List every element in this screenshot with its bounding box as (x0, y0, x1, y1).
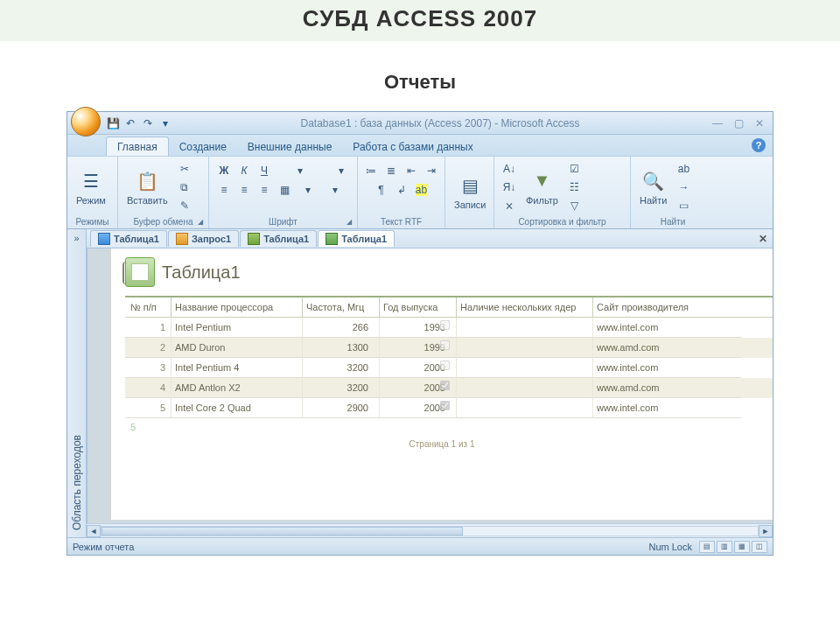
office-button[interactable] (71, 107, 101, 136)
doc-tab-label: Таблица1 (341, 234, 387, 244)
group-records-label (451, 225, 488, 228)
italic-icon[interactable]: К (234, 162, 254, 179)
underline-icon[interactable]: Ч (255, 162, 274, 179)
minimize-button[interactable]: — (708, 116, 727, 130)
doc-tab-query1[interactable]: Запрос1 (168, 230, 239, 247)
clear-sort-icon[interactable]: ⨯ (500, 197, 519, 214)
bold-icon[interactable]: Ж (214, 162, 234, 179)
ribbon: ☰ Режим Режимы 📋 Вставить ✂ ⧉ ✎ Буфер об… (67, 156, 773, 229)
align-center-icon[interactable]: ≡ (234, 181, 254, 199)
font-size-dropdown[interactable]: ▾ (326, 162, 356, 179)
doc-tab-table1[interactable]: Таблица1 (90, 230, 167, 247)
sort-desc-icon[interactable]: Я↓ (500, 178, 519, 196)
font-color-icon[interactable]: ▾ (322, 181, 348, 199)
workspace: » Область переходов Таблица1 Запрос1 Таб… (67, 229, 773, 537)
redo-icon[interactable]: ↷ (141, 116, 155, 130)
table-row[interactable]: 4AMD Antlon X232002005www.amd.com (125, 378, 773, 398)
status-numlock: Num Lock (648, 542, 692, 552)
col-cpu-name: Название процессора (171, 298, 302, 317)
col-multicore: Наличие нескольких ядер (456, 298, 592, 317)
group-find-label: Найти (636, 215, 710, 228)
table-row[interactable]: 3Intel Pentium 432002000www.intel.com (125, 358, 773, 378)
view-report-icon[interactable]: ▤ (699, 541, 715, 553)
doc-tab-table1-report[interactable]: Таблица1 (318, 230, 395, 247)
cell-year: 1993 (379, 318, 456, 338)
group-clipboard: 📋 Вставить ✂ ⧉ ✎ Буфер обмена ◢ (118, 157, 209, 228)
find-button[interactable]: 🔍 Найти (636, 167, 670, 207)
report-viewport[interactable]: Таблица1 № п/п Название процессора Часто… (87, 248, 773, 523)
table-row[interactable]: 1Intel Pentium2661993www.intel.com (125, 318, 773, 338)
indent-increase-icon[interactable]: ⇥ (422, 162, 441, 179)
help-icon[interactable]: ? (752, 138, 766, 152)
tab-home[interactable]: Главная (106, 136, 169, 156)
font-name-dropdown[interactable]: ▾ (275, 162, 326, 179)
cell-name: Intel Pentium 4 (171, 358, 302, 378)
replace-icon[interactable]: ab (674, 160, 693, 178)
ltr-icon[interactable]: ¶ (372, 181, 391, 199)
group-records: ▤ Записи (445, 157, 494, 228)
nav-pane-label: Область переходов (71, 435, 83, 530)
scroll-track[interactable] (101, 526, 759, 536)
report-icon (326, 233, 338, 245)
find-icon: 🔍 (641, 169, 666, 193)
nav-expand-icon[interactable]: » (74, 229, 79, 247)
selection-filter-icon[interactable]: ☑ (565, 160, 584, 178)
align-right-icon[interactable]: ≡ (255, 181, 274, 199)
copy-icon[interactable]: ⧉ (175, 178, 194, 196)
view-layout-icon[interactable]: ▦ (734, 541, 750, 553)
view-button[interactable]: ☰ Режим (73, 167, 109, 207)
format-painter-icon[interactable]: ✎ (175, 197, 194, 214)
undo-icon[interactable]: ↶ (123, 116, 137, 130)
col-site: Сайт производителя (592, 298, 741, 317)
access-window: 💾 ↶ ↷ ▾ Database1 : база данных (Access … (66, 111, 774, 556)
tab-external-data[interactable]: Внешние данные (237, 137, 343, 156)
document-close-icon[interactable]: ✕ (759, 233, 767, 245)
paste-button[interactable]: 📋 Вставить (123, 167, 172, 207)
scroll-right-icon[interactable]: ► (759, 525, 773, 537)
scroll-thumb[interactable] (102, 527, 463, 536)
highlight-icon[interactable]: ab (412, 181, 431, 199)
group-sort-filter: A↓ Я↓ ⨯ ▼ Фильтр ☑ ☷ ▽ Сортировка и филь… (494, 157, 631, 228)
goto-icon[interactable]: → (674, 178, 693, 196)
save-icon[interactable]: 💾 (106, 116, 120, 130)
gridlines-icon[interactable]: ▦ (275, 181, 294, 199)
window-title: Database1 : база данных (Access 2007) - … (172, 117, 708, 130)
multicore-checkbox (440, 401, 450, 410)
col-freq: Частота, Мгц (302, 298, 379, 317)
cell-multicore (456, 358, 592, 378)
indent-decrease-icon[interactable]: ⇤ (402, 162, 421, 179)
doc-tab-table1-form[interactable]: Таблица1 (240, 230, 317, 247)
filter-button[interactable]: ▼ Фильтр (522, 167, 562, 207)
filter-icon: ▼ (529, 169, 554, 193)
bullets-icon[interactable]: ≔ (361, 162, 381, 179)
records-button[interactable]: ▤ Записи (451, 172, 490, 212)
cell-number: 5 (125, 398, 171, 418)
horizontal-scrollbar[interactable]: ◄ ► (87, 523, 773, 537)
scroll-left-icon[interactable]: ◄ (87, 525, 101, 537)
toggle-filter-icon[interactable]: ▽ (565, 197, 584, 214)
view-design-icon[interactable]: ◫ (752, 541, 767, 553)
advanced-filter-icon[interactable]: ☷ (565, 178, 584, 196)
slide-title-bar: СУБД ACCESS 2007 (0, 0, 840, 41)
records-label: Записи (454, 200, 486, 210)
table-row[interactable]: 2AMD Duron13001999www.amd.com (125, 338, 773, 358)
sort-asc-icon[interactable]: A↓ (500, 160, 519, 178)
status-bar: Режим отчета Num Lock ▤ ▥ ▦ ◫ (67, 537, 773, 555)
tab-create[interactable]: Создание (169, 137, 237, 156)
rtl-icon[interactable]: ↲ (392, 181, 411, 199)
cut-icon[interactable]: ✂ (175, 160, 194, 178)
numbering-icon[interactable]: ≣ (382, 162, 401, 179)
view-print-icon[interactable]: ▥ (717, 541, 732, 553)
select-icon[interactable]: ▭ (674, 197, 693, 214)
font-launcher-icon[interactable]: ◢ (346, 218, 355, 227)
clipboard-launcher-icon[interactable]: ◢ (198, 218, 206, 227)
close-button[interactable]: ✕ (750, 116, 769, 130)
table-row[interactable]: 5Intel Core 2 Quad29002008www.intel.com (125, 398, 773, 418)
fill-color-icon[interactable]: ▾ (295, 181, 321, 199)
align-left-icon[interactable]: ≡ (214, 181, 234, 199)
qat-dropdown-icon[interactable]: ▾ (158, 116, 172, 130)
navigation-pane-collapsed[interactable]: » Область переходов (67, 229, 87, 537)
cell-name: AMD Duron (171, 338, 302, 358)
restore-button[interactable]: ▢ (729, 116, 748, 130)
tab-database-tools[interactable]: Работа с базами данных (342, 137, 483, 156)
